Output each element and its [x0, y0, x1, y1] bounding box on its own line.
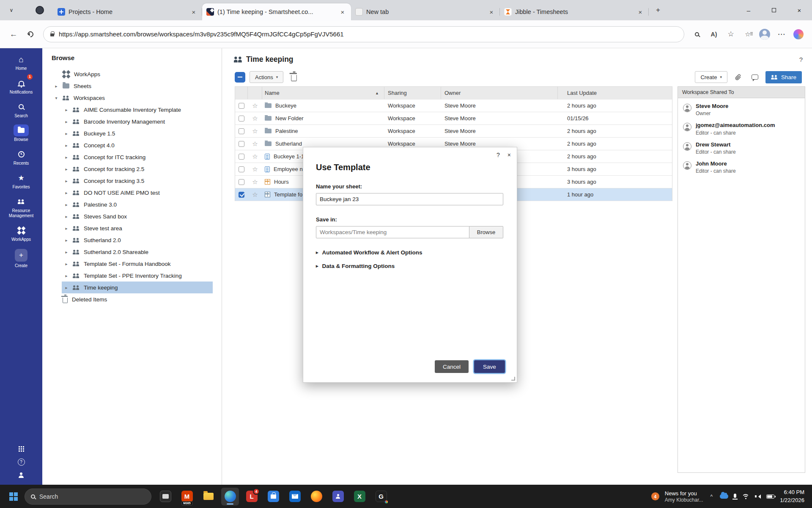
volume-icon[interactable]: [755, 494, 761, 499]
row-checkbox[interactable]: [239, 116, 244, 121]
close-icon[interactable]: ×: [636, 8, 645, 16]
taskbar-clock[interactable]: 6:40 PM 1/22/2026: [780, 489, 804, 504]
row-checkbox[interactable]: [239, 179, 244, 185]
workspace-item[interactable]: ▸Buckeye 1.5: [42, 127, 222, 139]
m365-app-icon[interactable]: MM365: [178, 488, 196, 505]
sheet-name-input[interactable]: [316, 193, 503, 205]
workflow-options-section[interactable]: ▸ Automated Workflow & Alert Options: [316, 249, 504, 256]
attachment-button[interactable]: [732, 71, 744, 83]
sidebar-item-workspaces[interactable]: ▾ Workspaces: [42, 92, 222, 104]
workspace-item[interactable]: ▸Sutherland 2.0: [42, 234, 222, 246]
start-button[interactable]: [4, 487, 23, 506]
rail-item-resource-management[interactable]: Resource Management: [0, 193, 42, 222]
tab-new-tab[interactable]: New tab ×: [351, 3, 500, 20]
address-bar[interactable]: https://app.smartsheet.com/browse/worksp…: [43, 26, 684, 42]
sidebar-item-sheets[interactable]: ▸ Sheets: [42, 80, 222, 92]
column-header-sharing[interactable]: Sharing: [384, 87, 441, 99]
workspace-item[interactable]: ▸Template Set - PPE Inventory Tracking: [42, 270, 222, 282]
column-header-last-update[interactable]: Last Update: [558, 87, 672, 99]
wifi-icon[interactable]: [742, 494, 749, 499]
teams-icon[interactable]: [329, 488, 347, 505]
rail-item-recents[interactable]: Recents: [0, 146, 42, 169]
select-all-checkbox[interactable]: [235, 72, 245, 83]
taskbar-search[interactable]: [25, 489, 151, 505]
app-window-icon[interactable]: [156, 488, 174, 505]
rail-item-favorites[interactable]: ★ Favorites: [0, 169, 42, 193]
battery-icon[interactable]: [766, 494, 774, 499]
chevron-right-icon[interactable]: ▸: [64, 108, 69, 112]
cancel-button[interactable]: Cancel: [435, 360, 469, 373]
new-tab-button[interactable]: +: [652, 4, 664, 16]
chevron-right-icon[interactable]: ▸: [64, 250, 69, 254]
settings-menu-button[interactable]: ⋯: [774, 27, 789, 42]
table-row[interactable]: ☆ Buckeye Workspace Steve Moore 2 hours …: [235, 99, 672, 112]
tab-time-keeping[interactable]: (1) Time keeping - Smartsheet.co... ×: [202, 3, 351, 20]
browse-button[interactable]: Browse: [469, 226, 503, 238]
chevron-right-icon[interactable]: ▸: [64, 131, 69, 136]
rail-item-workapps[interactable]: WorkApps: [0, 222, 42, 246]
star-icon[interactable]: ☆: [248, 115, 262, 122]
rail-item-search[interactable]: Search: [0, 98, 42, 122]
rail-item-browse[interactable]: Browse: [0, 122, 42, 146]
sidebar-item-workapps[interactable]: WorkApps: [42, 68, 222, 80]
star-icon[interactable]: ☆: [248, 166, 262, 173]
workspace-item[interactable]: ▸Template Set - Formula Handbook: [42, 258, 222, 270]
firefox-icon[interactable]: [307, 488, 325, 505]
chevron-right-icon[interactable]: ▸: [64, 202, 69, 207]
workspace-item[interactable]: ▸Sutherland 2.0 Shareable: [42, 246, 222, 258]
add-favorite-button[interactable]: ☆: [723, 27, 738, 42]
site-info-lock-icon[interactable]: [50, 33, 54, 36]
edge-browser-icon[interactable]: [221, 488, 239, 505]
chevron-right-icon[interactable]: ▸: [64, 262, 69, 266]
row-name[interactable]: Buckeye 1-1: [274, 153, 304, 160]
workspace-item[interactable]: ▸Concept for tracking 3.5: [42, 175, 222, 187]
row-name[interactable]: Sutherland: [275, 141, 302, 147]
chevron-right-icon[interactable]: ▸: [64, 179, 69, 183]
star-icon[interactable]: ☆: [248, 191, 262, 199]
shared-person[interactable]: John MooreEditor - can share: [678, 156, 805, 175]
copilot-button[interactable]: [791, 27, 806, 42]
excel-icon[interactable]: X: [351, 488, 368, 505]
row-name[interactable]: Palestine: [275, 128, 298, 134]
workspace-item[interactable]: ▸Steve test area: [42, 222, 222, 234]
row-name[interactable]: Template fo: [274, 191, 302, 198]
minimize-button[interactable]: –: [736, 0, 761, 20]
help-icon[interactable]: ?: [18, 458, 25, 466]
row-checkbox[interactable]: [239, 166, 244, 172]
chevron-right-icon[interactable]: ▸: [64, 190, 69, 195]
star-icon[interactable]: ☆: [248, 153, 262, 160]
row-name[interactable]: Hours: [274, 179, 289, 185]
outlook-icon[interactable]: [286, 488, 304, 505]
read-aloud-button[interactable]: A): [706, 27, 721, 42]
workspace-item[interactable]: ▸Steves Sand box: [42, 210, 222, 222]
workspace-item[interactable]: ▸Concept 4.0: [42, 139, 222, 151]
save-location-input[interactable]: [316, 226, 469, 238]
comments-button[interactable]: [749, 71, 761, 83]
chevron-right-icon[interactable]: ▸: [64, 226, 69, 231]
tray-overflow-chevron[interactable]: ^: [710, 494, 713, 500]
chevron-right-icon[interactable]: ▸: [54, 84, 59, 88]
workspace-item[interactable]: ▸DO NOT USE AIME PMO test: [42, 187, 222, 199]
star-icon[interactable]: ☆: [248, 178, 262, 186]
close-icon[interactable]: ×: [487, 8, 496, 16]
chevron-right-icon[interactable]: ▸: [64, 119, 69, 124]
profile-button[interactable]: [757, 27, 772, 42]
column-header-name[interactable]: Name ▲: [262, 87, 384, 99]
actions-button[interactable]: Actions ▾: [250, 71, 283, 83]
file-explorer-icon[interactable]: [200, 488, 217, 505]
help-icon[interactable]: ?: [799, 56, 803, 63]
chevron-right-icon[interactable]: ▸: [64, 238, 69, 243]
close-window-button[interactable]: ×: [787, 0, 812, 20]
row-checkbox[interactable]: [239, 154, 244, 160]
save-button[interactable]: Save: [474, 360, 505, 373]
close-icon[interactable]: ×: [338, 8, 347, 16]
star-icon[interactable]: ☆: [248, 102, 262, 110]
row-checkbox-checked[interactable]: [239, 192, 244, 198]
apps-grid-icon[interactable]: [19, 446, 24, 452]
g-app-icon[interactable]: G: [372, 488, 390, 505]
column-header-owner[interactable]: Owner: [441, 87, 558, 99]
chevron-down-icon[interactable]: ▾: [54, 96, 59, 100]
rail-item-notifications[interactable]: 1 Notifications: [0, 75, 42, 98]
formatting-options-section[interactable]: ▸ Data & Formatting Options: [316, 263, 504, 269]
shared-person[interactable]: Drew StewartEditor - can share: [678, 137, 805, 156]
